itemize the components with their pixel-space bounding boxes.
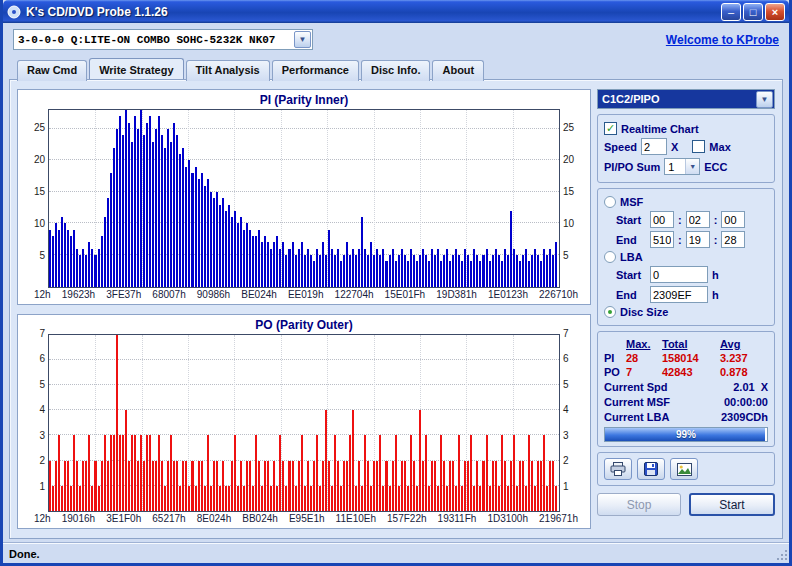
chart-bar (525, 486, 527, 511)
stop-button[interactable]: Stop (597, 493, 681, 516)
chart-bar (188, 160, 190, 286)
chart-bar (319, 486, 321, 511)
chart-bar (379, 255, 381, 287)
max-speed-checkbox[interactable] (692, 140, 705, 153)
chart-bar (164, 486, 166, 511)
drive-select[interactable]: 3-0-0-0 Q:LITE-ON COMBO SOHC-5232K NK07 … (13, 29, 313, 50)
chart-bar (510, 461, 512, 511)
lba-start-input[interactable] (650, 266, 708, 283)
chart-bar (167, 461, 169, 511)
chart-bar (328, 461, 330, 511)
disc-size-radio[interactable] (604, 306, 616, 318)
start-button[interactable]: Start (689, 493, 775, 516)
drive-select-value: 3-0-0-0 Q:LITE-ON COMBO SOHC-5232K NK07 (14, 34, 294, 46)
y-tick-label: 7 (39, 328, 45, 339)
tab-disc-info[interactable]: Disc Info. (361, 60, 431, 81)
window-controls: – □ × (721, 3, 785, 21)
current-lba-value: 2309CDh (721, 411, 768, 423)
welcome-link[interactable]: Welcome to KProbe (666, 33, 779, 47)
chart-bar (216, 192, 218, 287)
chart-bar (473, 249, 475, 287)
x-tick-label: 12h (34, 289, 51, 302)
max-speed-label: Max (709, 141, 730, 153)
chevron-down-icon[interactable]: ▼ (685, 159, 699, 174)
current-speed-unit: X (761, 381, 768, 393)
charts-column: PI (Parity Inner) 510152025 510152025 12… (17, 89, 591, 529)
speed-input[interactable] (641, 138, 667, 155)
chart-bar (461, 261, 463, 286)
toolbar: 3-0-0-0 Q:LITE-ON COMBO SOHC-5232K NK07 … (3, 23, 789, 56)
tab-about[interactable]: About (432, 60, 484, 81)
tab-performance[interactable]: Performance (272, 60, 359, 81)
chart-bar (340, 486, 342, 511)
msf-start-frame-input[interactable] (721, 211, 745, 228)
y-tick-label: 5 (563, 379, 569, 390)
realtime-chart-checkbox[interactable]: ✓ (604, 122, 617, 135)
chart-bar (237, 223, 239, 286)
pipo-sum-value: 1 (665, 161, 685, 173)
msf-start-min-input[interactable] (650, 211, 674, 228)
chart-bar (204, 486, 206, 511)
msf-end-label: End (616, 234, 646, 246)
tab-tilt-analysis[interactable]: Tilt Analysis (186, 60, 270, 81)
window-title: K's CD/DVD Probe 1.1.26 (26, 5, 721, 19)
po-avg-value: 0.878 (720, 366, 768, 378)
chart-bar (49, 461, 51, 511)
msf-end-frame-input[interactable] (721, 231, 745, 248)
lba-end-input[interactable] (650, 286, 708, 303)
run-controls: Stop Start (597, 493, 775, 516)
print-button[interactable] (604, 458, 632, 480)
chart-bar (113, 148, 115, 287)
msf-radio[interactable] (604, 196, 616, 208)
chart-bar (276, 486, 278, 511)
resize-grip[interactable] (776, 549, 788, 561)
chart-bar (534, 249, 536, 287)
chart-bar (479, 486, 481, 511)
chart-bar (525, 249, 527, 287)
x-tick-label: 3E1F0h (106, 513, 141, 526)
maximize-button[interactable]: □ (743, 3, 763, 21)
mode-select-value: C1C2/PIPO (598, 93, 756, 105)
chart-bar (316, 249, 318, 287)
chart-bar (434, 255, 436, 287)
chart-bar (279, 249, 281, 287)
chart-bar (431, 249, 433, 287)
tab-page-write-strategy: PI (Parity Inner) 510152025 510152025 12… (9, 79, 783, 539)
minimize-button[interactable]: – (721, 3, 741, 21)
msf-end-min-input[interactable] (650, 231, 674, 248)
chart-bar (555, 242, 557, 286)
msf-start-sec-input[interactable] (686, 211, 710, 228)
chart-bar (107, 198, 109, 286)
titlebar[interactable]: K's CD/DVD Probe 1.1.26 – □ × (3, 0, 789, 23)
close-button[interactable]: × (765, 3, 785, 21)
chart-bar (519, 261, 521, 286)
chart-bar (76, 249, 78, 287)
mode-select[interactable]: C1C2/PIPO ▼ (597, 89, 775, 109)
msf-end-sec-input[interactable] (686, 231, 710, 248)
chart-bar (495, 461, 497, 511)
pipo-sum-select[interactable]: 1 ▼ (664, 158, 700, 175)
stats-row-pi: PI 28 158014 3.237 (604, 352, 768, 364)
chart-bar (540, 261, 542, 286)
x-tick-label: 90986h (197, 289, 230, 302)
y-tick-label: 25 (34, 122, 45, 133)
chart-bar (58, 230, 60, 287)
colon-separator: : (678, 234, 682, 246)
chart-bar (325, 410, 327, 511)
chart-bar (67, 461, 69, 511)
chevron-down-icon[interactable]: ▼ (756, 91, 773, 108)
chart-bar (504, 461, 506, 511)
x-tick-label: 1D3100h (487, 513, 528, 526)
chart-bar (407, 486, 409, 511)
pi-x-axis-labels: 12h19623h3FE37h68007h90986hBE024hEE019h1… (24, 288, 584, 302)
chart-bar (373, 461, 375, 511)
chart-bar (404, 255, 406, 287)
save-button[interactable] (637, 458, 665, 480)
tab-write-strategy[interactable]: Write Strategy (89, 58, 183, 79)
lba-radio[interactable] (604, 251, 616, 263)
chevron-down-icon[interactable]: ▼ (294, 31, 311, 48)
tab-raw-cmd[interactable]: Raw Cmd (17, 60, 87, 81)
save-image-button[interactable] (670, 458, 698, 480)
chart-bar (292, 461, 294, 511)
chart-bar (176, 461, 178, 511)
